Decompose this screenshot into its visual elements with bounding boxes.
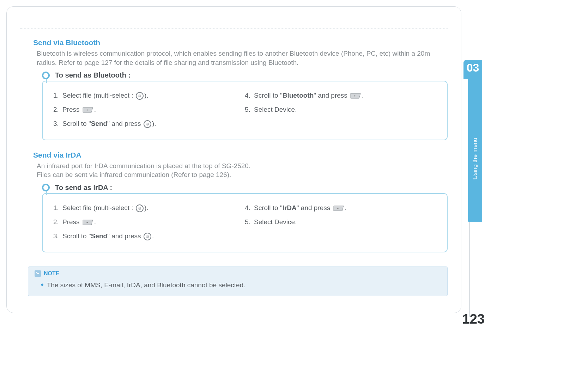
page-edge-line bbox=[469, 222, 470, 317]
step4-pre: Scroll to " bbox=[254, 204, 283, 212]
svg-point-0 bbox=[86, 110, 87, 111]
step4-pre: Scroll to " bbox=[254, 92, 283, 99]
section1-title: Send via Bluetooth bbox=[33, 38, 448, 47]
section1-callout: To send as Bluetooth : 1. Select file (m… bbox=[42, 71, 448, 140]
softkey-icon bbox=[333, 205, 344, 212]
step3-post: . bbox=[152, 232, 154, 240]
callout-header: To send as IrDA : bbox=[42, 184, 448, 192]
step3-pre: Scroll to " bbox=[62, 232, 91, 240]
section2-callout: To send as IrDA : 1. Select file (multi-… bbox=[42, 184, 448, 252]
step-1: 1. Select file (multi-select : ). bbox=[53, 202, 245, 214]
section2-body: An infrared port for IrDA communication … bbox=[37, 161, 448, 179]
ok-button-icon bbox=[144, 233, 151, 240]
step1-post: ). bbox=[144, 92, 148, 99]
page-number: 123 bbox=[462, 312, 485, 327]
section2-title: Send via IrDA bbox=[33, 151, 448, 159]
steps-right-col: 4. Scroll to "Bluetooth" and press . 5. … bbox=[245, 89, 436, 131]
bullet-ring-icon bbox=[42, 72, 50, 79]
note-arrow-icon bbox=[35, 270, 41, 277]
step1-post: ). bbox=[144, 204, 148, 212]
step-3: 3. Scroll to "Send" and press . bbox=[53, 230, 245, 243]
softkey-icon bbox=[350, 93, 361, 99]
side-label: Using the menu bbox=[472, 130, 479, 187]
step5-text: Select Device. bbox=[254, 106, 297, 113]
step-1: 1. Select file (multi-select : ). bbox=[53, 89, 245, 102]
svg-point-1 bbox=[354, 96, 356, 97]
step1-pre: Select file (multi-select : bbox=[62, 204, 135, 212]
callout1-title: To send as Bluetooth : bbox=[55, 71, 131, 79]
section1-body: Bluetooth is wireless communication prot… bbox=[37, 49, 448, 67]
callout2-title: To send as IrDA : bbox=[55, 184, 112, 192]
steps-left-col: 1. Select file (multi-select : ). 2. Pre… bbox=[53, 202, 245, 244]
note-label: NOTE bbox=[44, 270, 59, 277]
step3-bold: Send bbox=[91, 120, 107, 127]
callout1-box: 1. Select file (multi-select : ). 2. Pre… bbox=[42, 81, 448, 140]
step-2: 2. Press . bbox=[53, 103, 245, 116]
step4-bold: IrDA bbox=[283, 204, 297, 212]
softkey-icon bbox=[82, 219, 93, 226]
step3-bold: Send bbox=[91, 232, 107, 240]
step2-post: . bbox=[94, 218, 96, 226]
note-body: • The sizes of MMS, E-mail, IrDA, and Bl… bbox=[41, 280, 441, 289]
note-bullet-icon: • bbox=[41, 280, 44, 289]
step4-post: . bbox=[362, 92, 364, 99]
side-label-bar: Using the menu bbox=[468, 79, 482, 222]
step2-pre: Press bbox=[62, 218, 81, 226]
step3-pre: Scroll to " bbox=[62, 120, 91, 127]
step2-pre: Press bbox=[62, 106, 81, 113]
side-tab: 03 Using the menu bbox=[457, 60, 482, 222]
callout-header: To send as Bluetooth : bbox=[42, 71, 448, 79]
step-5: 5. Select Device. bbox=[245, 216, 436, 228]
callout2-box: 1. Select file (multi-select : ). 2. Pre… bbox=[42, 193, 448, 252]
step3-mid: " and press bbox=[107, 232, 143, 240]
chapter-number: 03 bbox=[463, 60, 482, 79]
step2-post: . bbox=[94, 106, 96, 113]
note-header: NOTE bbox=[35, 270, 441, 277]
content-area: Send via Bluetooth Bluetooth is wireless… bbox=[28, 35, 448, 296]
step-5: 5. Select Device. bbox=[245, 103, 436, 116]
step4-post: . bbox=[345, 204, 347, 212]
step-4: 4. Scroll to "Bluetooth" and press . bbox=[245, 89, 436, 102]
step-3: 3. Scroll to "Send" and press ). bbox=[53, 117, 245, 130]
step-4: 4. Scroll to "IrDA" and press . bbox=[245, 202, 436, 214]
step4-mid: " and press bbox=[314, 92, 349, 99]
steps-left-col: 1. Select file (multi-select : ). 2. Pre… bbox=[53, 89, 245, 131]
softkey-icon bbox=[82, 107, 93, 113]
step1-pre: Select file (multi-select : bbox=[62, 92, 135, 99]
ok-button-icon bbox=[136, 204, 144, 212]
section2-line1: An infrared port for IrDA communication … bbox=[37, 162, 250, 170]
step3-post: ). bbox=[152, 120, 156, 127]
header-divider bbox=[20, 29, 448, 29]
step3-mid: " and press bbox=[107, 120, 143, 127]
bullet-ring-icon bbox=[42, 184, 50, 191]
step4-mid: " and press bbox=[297, 204, 332, 212]
section2-line2: Files can be sent via infrared communica… bbox=[37, 171, 231, 178]
svg-point-2 bbox=[86, 222, 87, 223]
step-2: 2. Press . bbox=[53, 216, 245, 228]
svg-point-3 bbox=[337, 208, 338, 209]
page-frame: Send via Bluetooth Bluetooth is wireless… bbox=[6, 6, 461, 313]
ok-button-icon bbox=[136, 92, 144, 100]
note-box: NOTE • The sizes of MMS, E-mail, IrDA, a… bbox=[28, 266, 448, 296]
step4-bold: Bluetooth bbox=[283, 92, 314, 99]
step5-text: Select Device. bbox=[254, 218, 297, 226]
note-text: The sizes of MMS, E-mail, IrDA, and Blue… bbox=[47, 281, 245, 289]
ok-button-icon bbox=[144, 120, 151, 128]
steps-right-col: 4. Scroll to "IrDA" and press . 5. Selec… bbox=[245, 202, 436, 244]
